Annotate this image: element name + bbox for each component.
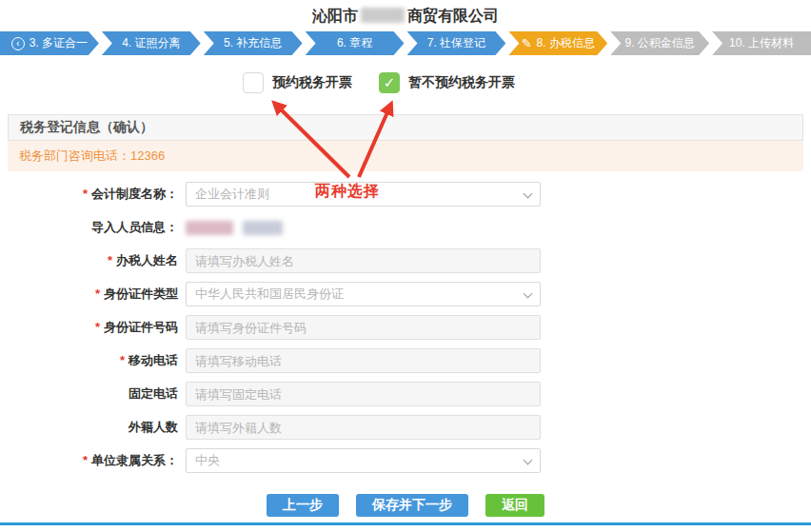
step-label: 7. 社保登记 xyxy=(427,35,485,51)
field-label: 移动电话 xyxy=(8,352,186,369)
step-label: 8. 办税信息 xyxy=(537,35,595,51)
step-tab-3-multi-cert[interactable]: ‹ 3. 多证合一 xyxy=(0,31,99,55)
id-type-select[interactable]: 中华人民共和国居民身份证 xyxy=(186,282,541,306)
action-button-row: 上一步 保存并下一步 返回 xyxy=(0,494,811,517)
step-label: 3. 多证合一 xyxy=(30,35,88,51)
field-label: 会计制度名称： xyxy=(8,186,186,203)
chevron-down-icon xyxy=(524,456,533,465)
form-row-imported-personnel: 导入人员信息： xyxy=(8,215,803,240)
landline-input[interactable] xyxy=(186,382,541,406)
tax-registration-section: 税务登记信息（确认） 税务部门咨询电话：12366 会计制度名称： 企业会计准则… xyxy=(8,114,803,473)
step-tab-10-upload-materials[interactable]: 10. 上传材料 xyxy=(712,31,811,55)
field-label: 导入人员信息： xyxy=(8,219,186,236)
company-name-prefix: 沁阳市 xyxy=(312,8,358,24)
page-title: 沁阳市商贸有限公司 xyxy=(312,8,499,24)
form-row-mobile-phone: 移动电话 xyxy=(8,348,803,373)
step-tab-8-tax-info-current[interactable]: ✎ 8. 办税信息 xyxy=(508,31,607,55)
chevron-down-icon xyxy=(524,289,533,299)
no-reserve-invoicing-option[interactable]: ✓ 暂不预约税务开票 xyxy=(379,72,515,93)
reserve-invoicing-label: 预约税务开票 xyxy=(272,74,352,91)
chevron-left-circle-icon[interactable]: ‹ xyxy=(11,37,25,50)
step-label: 10. 上传材料 xyxy=(729,35,794,51)
pencil-icon: ✎ xyxy=(522,36,532,50)
tax-hotline-text: 税务部门咨询电话：12366 xyxy=(19,148,165,165)
redacted-company-name xyxy=(361,8,405,23)
section-header: 税务登记信息（确认） xyxy=(8,114,803,141)
checkbox-unchecked-icon[interactable] xyxy=(243,72,264,93)
field-label: 单位隶属关系： xyxy=(8,452,186,469)
form-row-id-type: 身份证件类型 中华人民共和国居民身份证 xyxy=(8,282,803,306)
tax-info-form: 会计制度名称： 企业会计准则 导入人员信息： 办税人姓名 身份证件类型 xyxy=(8,171,803,473)
step-label: 5. 补充信息 xyxy=(224,35,282,51)
step-tab-4-license-separation[interactable]: 4. 证照分离 xyxy=(102,31,201,55)
redacted-person-name xyxy=(186,221,233,235)
selected-value: 中央 xyxy=(195,452,220,469)
form-row-foreign-count: 外籍人数 xyxy=(8,415,803,440)
field-label: 办税人姓名 xyxy=(8,252,186,269)
redacted-person-id xyxy=(243,221,283,235)
step-tab-9-housing-fund[interactable]: 9. 公积金信息 xyxy=(610,31,709,55)
field-label: 身份证件类型 xyxy=(8,286,186,303)
step-label: 9. 公积金信息 xyxy=(625,35,695,51)
field-label: 外籍人数 xyxy=(8,419,186,436)
accounting-system-select[interactable]: 企业会计准则 xyxy=(186,182,541,207)
reserve-invoicing-option[interactable]: 预约税务开票 xyxy=(243,72,352,93)
field-label: 身份证件号码 xyxy=(8,319,186,336)
step-tab-7-social-security[interactable]: 7. 社保登记 xyxy=(407,31,506,55)
form-row-id-number: 身份证件号码 xyxy=(8,315,803,340)
field-label: 固定电话 xyxy=(8,385,186,403)
form-row-landline: 固定电话 xyxy=(8,382,803,406)
invoicing-options-row: 预约税务开票 ✓ 暂不预约税务开票 xyxy=(243,71,811,93)
return-button[interactable]: 返回 xyxy=(485,494,544,517)
mobile-phone-input[interactable] xyxy=(186,348,541,373)
form-row-tax-agent-name: 办税人姓名 xyxy=(8,248,803,273)
affiliation-select[interactable]: 中央 xyxy=(186,448,541,473)
footer-divider xyxy=(0,522,811,525)
step-label: 6. 章程 xyxy=(337,35,372,51)
no-reserve-invoicing-label: 暂不预约税务开票 xyxy=(408,74,515,91)
step-wizard-nav: ‹ 3. 多证合一 4. 证照分离 5. 补充信息 6. 章程 7. 社保登记 … xyxy=(0,31,811,55)
save-next-button[interactable]: 保存并下一步 xyxy=(356,494,468,517)
selected-value: 中华人民共和国居民身份证 xyxy=(195,286,344,303)
chevron-down-icon xyxy=(524,189,533,199)
foreign-count-input[interactable] xyxy=(186,415,541,440)
id-number-input[interactable] xyxy=(186,315,541,340)
tax-hotline-notice: 税务部门咨询电话：12366 xyxy=(8,141,803,171)
company-name-suffix: 商贸有限公司 xyxy=(407,8,499,24)
step-label: 4. 证照分离 xyxy=(122,35,180,51)
page-header: 沁阳市商贸有限公司 xyxy=(0,0,811,29)
step-tab-6-charter[interactable]: 6. 章程 xyxy=(306,31,405,55)
checkbox-checked-icon[interactable]: ✓ xyxy=(379,72,400,93)
form-row-accounting-system: 会计制度名称： 企业会计准则 xyxy=(8,182,803,207)
form-row-affiliation: 单位隶属关系： 中央 xyxy=(8,448,803,473)
selected-value: 企业会计准则 xyxy=(195,186,269,203)
imported-personnel-value xyxy=(186,215,283,240)
section-title: 税务登记信息（确认） xyxy=(20,119,153,136)
tax-agent-name-input[interactable] xyxy=(186,248,541,273)
step-tab-5-supplement-info[interactable]: 5. 补充信息 xyxy=(204,31,303,55)
prev-step-button[interactable]: 上一步 xyxy=(267,494,339,517)
